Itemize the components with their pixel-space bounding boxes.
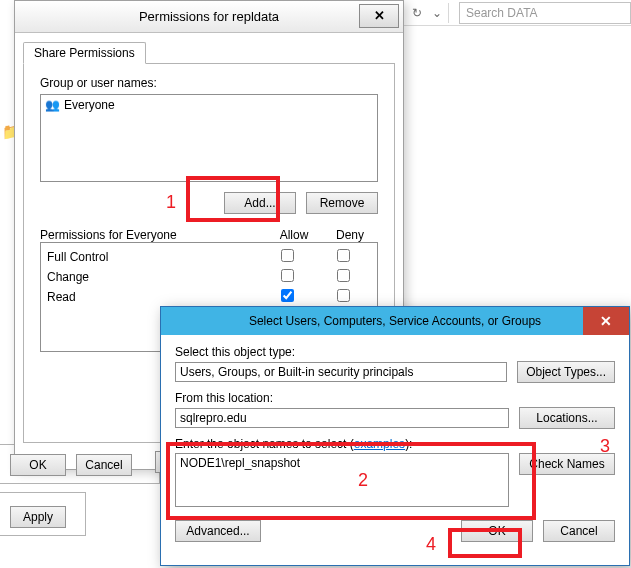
cancel-button[interactable]: Cancel — [543, 520, 615, 542]
close-button[interactable]: ✕ — [359, 4, 399, 28]
locations-button[interactable]: Locations... — [519, 407, 615, 429]
perm-row: Read — [47, 287, 371, 307]
perm-row: Full Control — [47, 247, 371, 267]
list-item[interactable]: 👥 Everyone — [43, 97, 375, 113]
perm-name: Read — [47, 290, 259, 304]
allow-checkbox[interactable] — [281, 249, 294, 262]
select-users-title: Select Users, Computers, Service Account… — [169, 314, 621, 328]
location-label: From this location: — [175, 391, 615, 405]
location-field[interactable]: sqlrepro.edu — [175, 408, 509, 428]
permissions-titlebar: Permissions for repldata ✕ — [15, 1, 403, 33]
examples-link[interactable]: examples — [354, 437, 405, 451]
check-names-button[interactable]: Check Names — [519, 453, 615, 475]
col-deny: Deny — [322, 228, 378, 242]
tab-share-permissions[interactable]: Share Permissions — [23, 42, 146, 64]
permissions-title: Permissions for repldata — [139, 9, 279, 24]
add-button[interactable]: Add... — [224, 192, 296, 214]
col-allow: Allow — [266, 228, 322, 242]
object-type-field[interactable] — [175, 362, 507, 382]
search-input[interactable]: Search DATA — [459, 2, 631, 24]
divider — [448, 3, 449, 23]
refresh-icon[interactable]: ↻ — [412, 6, 422, 20]
chevron-down-icon[interactable]: ⌄ — [432, 6, 442, 20]
deny-checkbox[interactable] — [337, 249, 350, 262]
explorer-toolbar: ↻ ⌄ Search DATA — [404, 0, 631, 26]
group-user-label: Group or user names: — [40, 76, 378, 90]
background-button-row: OK Cancel — [0, 454, 132, 476]
perm-name: Full Control — [47, 250, 259, 264]
deny-checkbox[interactable] — [337, 289, 350, 302]
enter-names-label: Enter the object names to select (exampl… — [175, 437, 615, 451]
allow-checkbox[interactable] — [281, 269, 294, 282]
advanced-button[interactable]: Advanced... — [175, 520, 261, 542]
group-icon: 👥 — [45, 98, 60, 112]
object-types-button[interactable]: Object Types... — [517, 361, 615, 383]
perm-name: Change — [47, 270, 259, 284]
permissions-for-label: Permissions for Everyone — [40, 228, 266, 242]
user-list[interactable]: 👥 Everyone — [40, 94, 378, 182]
select-users-dialog: Select Users, Computers, Service Account… — [160, 306, 630, 566]
object-type-label: Select this object type: — [175, 345, 615, 359]
remove-button[interactable]: Remove — [306, 192, 378, 214]
ok-button[interactable]: OK — [10, 454, 66, 476]
cancel-button[interactable]: Cancel — [76, 454, 132, 476]
object-names-field[interactable] — [175, 453, 509, 507]
ok-button[interactable]: OK — [461, 520, 533, 542]
perm-row: Change — [47, 267, 371, 287]
list-item-label: Everyone — [64, 98, 115, 112]
deny-checkbox[interactable] — [337, 269, 350, 282]
close-button[interactable]: ✕ — [583, 307, 629, 335]
select-users-titlebar: Select Users, Computers, Service Account… — [161, 307, 629, 335]
allow-checkbox[interactable] — [281, 289, 294, 302]
apply-button[interactable]: Apply — [10, 506, 66, 528]
